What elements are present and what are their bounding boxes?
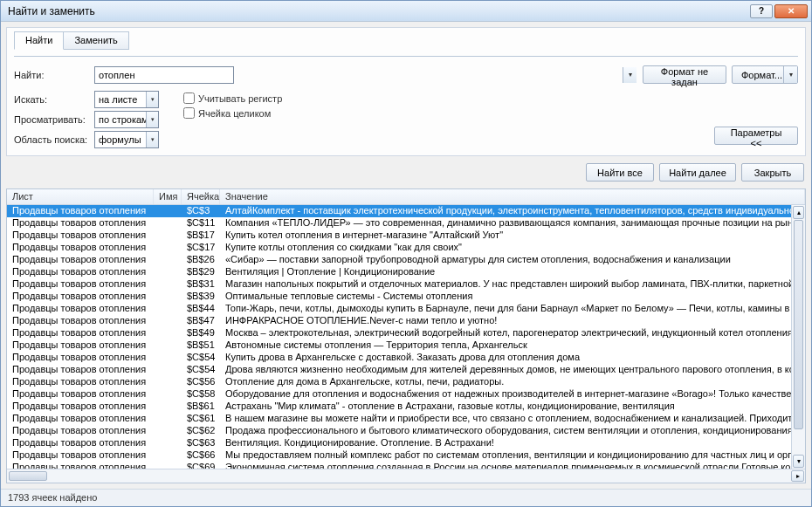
window-title: Найти и заменить (8, 5, 750, 17)
result-row[interactable]: Продавцы товаров отопления$C$54Дрова явл… (7, 364, 805, 376)
cell-value: Продажа профессионального и бытового кли… (220, 425, 805, 437)
cell-sheet: Продавцы товаров отопления (7, 205, 154, 217)
cell-sheet: Продавцы товаров отопления (7, 217, 154, 230)
cell-sheet: Продавцы товаров отопления (7, 266, 154, 278)
result-row[interactable]: Продавцы товаров отопления$B$39Оптимальн… (7, 291, 805, 303)
result-row[interactable]: Продавцы товаров отопления$C$66Мы предос… (7, 449, 805, 462)
result-row[interactable]: Продавцы товаров отопления$B$49Москва – … (7, 327, 805, 339)
find-history-dropdown[interactable]: ▾ (623, 67, 637, 83)
result-row[interactable]: Продавцы товаров отопления$C$62Продажа п… (7, 425, 805, 437)
cell-name (154, 217, 182, 230)
scroll-right-icon[interactable]: ▸ (791, 470, 804, 482)
result-row[interactable]: Продавцы товаров отопления$B$44Топи-Жарь… (7, 303, 805, 315)
result-row[interactable]: Продавцы товаров отопления$C$69Экономичн… (7, 462, 805, 469)
horizontal-scrollbar[interactable]: ▸ (7, 469, 805, 483)
result-row[interactable]: Продавцы товаров отопления$C$17Купите ко… (7, 242, 805, 254)
result-row[interactable]: Продавцы товаров отопления$B$61Астрахань… (7, 401, 805, 413)
no-format-button[interactable]: Формат не задан (643, 65, 726, 84)
cell-value: Компания «ТЕПЛО-ЛИДЕР» — это современная… (220, 217, 805, 230)
cell-value: В нашем магазине вы можете найти и приоб… (220, 413, 805, 425)
result-row[interactable]: Продавцы товаров отопления$B$17Купить ко… (7, 230, 805, 242)
scroll-down-icon[interactable]: ▾ (793, 455, 804, 468)
chevron-down-icon[interactable]: ▾ (146, 112, 158, 127)
cell-sheet: Продавцы товаров отопления (7, 327, 154, 339)
result-row[interactable]: Продавцы товаров отопления$B$51Автономны… (7, 339, 805, 352)
cell-value: Вентиляция. Кондиционирование. Отопление… (220, 437, 805, 449)
result-row[interactable]: Продавцы товаров отопления$C$11Компания … (7, 217, 805, 230)
find-replace-dialog: Найти и заменить ? ✕ Найти Заменить Найт… (0, 0, 812, 507)
result-row[interactable]: Продавцы товаров отопления$B$31Магазин н… (7, 278, 805, 291)
col-sheet[interactable]: Лист (7, 189, 154, 204)
cell-value: Мы предоставляем полный комплекс работ п… (220, 449, 805, 462)
find-input[interactable] (94, 66, 234, 84)
search-in-label: Искать: (14, 94, 89, 105)
cell-value: АлтайКомплект - поставщик электротехниче… (220, 205, 805, 217)
result-row[interactable]: Продавцы товаров отопления$C$58Оборудова… (7, 388, 805, 401)
cell-ref: $C$3 (182, 205, 220, 217)
cell-name (154, 315, 182, 327)
scroll-thumb[interactable] (794, 220, 803, 429)
cell-name (154, 205, 182, 217)
cell-ref: $B$31 (182, 278, 220, 291)
cell-sheet: Продавцы товаров отопления (7, 364, 154, 376)
whole-cell-checkbox[interactable]: Ячейка целиком (183, 107, 282, 119)
cell-value: Магазин напольных покрытий и отделочных … (220, 278, 805, 291)
result-row[interactable]: Продавцы товаров отопления$B$29Вентиляци… (7, 266, 805, 278)
cell-name (154, 327, 182, 339)
results-pane: Лист Имя Ячейка Значение ▴ ▾ Продавцы то… (6, 188, 806, 483)
results-body[interactable]: ▴ ▾ Продавцы товаров отопления$C$3АлтайК… (7, 205, 805, 469)
result-row[interactable]: Продавцы товаров отопления$C$63Вентиляци… (7, 437, 805, 449)
cell-ref: $C$66 (182, 449, 220, 462)
col-cell[interactable]: Ячейка (182, 189, 220, 204)
result-row[interactable]: Продавцы товаров отопления$C$54 Купить д… (7, 352, 805, 364)
match-case-input[interactable] (183, 92, 195, 104)
cell-ref: $B$47 (182, 315, 220, 327)
result-row[interactable]: Продавцы товаров отопления$C$56Отопление… (7, 376, 805, 388)
col-name[interactable]: Имя (154, 189, 182, 204)
help-button[interactable]: ? (750, 4, 773, 18)
cell-sheet: Продавцы товаров отопления (7, 425, 154, 437)
cell-ref: $C$11 (182, 217, 220, 230)
cell-name (154, 376, 182, 388)
result-row[interactable]: Продавцы товаров отопления$B$26«Сибар» —… (7, 254, 805, 266)
cell-value: Экономичная система отопления созданная … (220, 462, 805, 469)
find-next-button[interactable]: Найти далее (659, 163, 736, 182)
whole-cell-input[interactable] (183, 107, 195, 119)
close-window-button[interactable]: ✕ (774, 4, 808, 18)
cell-name (154, 425, 182, 437)
whole-cell-label: Ячейка целиком (198, 108, 271, 119)
cell-value: Купите котлы отопления со скидками "как … (220, 242, 805, 254)
format-dropdown-icon[interactable]: ▾ (783, 66, 797, 83)
vertical-scrollbar[interactable]: ▴ ▾ (791, 205, 805, 469)
result-row[interactable]: Продавцы товаров отопления$C$3АлтайКомпл… (7, 205, 805, 217)
cell-sheet: Продавцы товаров отопления (7, 352, 154, 364)
parameters-button[interactable]: Параметры << (714, 127, 798, 145)
cell-name (154, 339, 182, 352)
cell-value: Топи-Жарь, печи, котлы, дымоходы купить … (220, 303, 805, 315)
titlebar[interactable]: Найти и заменить ? ✕ (1, 1, 811, 22)
tab-find[interactable]: Найти (14, 31, 64, 50)
result-row[interactable]: Продавцы товаров отопления$C$61В нашем м… (7, 413, 805, 425)
result-row[interactable]: Продавцы товаров отопления$B$47ИНФРАКРАС… (7, 315, 805, 327)
cell-name (154, 462, 182, 469)
cell-ref: $C$63 (182, 437, 220, 449)
status-bar: 1793 ячеек найдено (1, 489, 811, 506)
cell-sheet: Продавцы товаров отопления (7, 315, 154, 327)
cell-name (154, 401, 182, 413)
match-case-checkbox[interactable]: Учитывать регистр (183, 92, 282, 104)
search-panel: Найти Заменить Найти: ▾ Формат не задан … (6, 27, 806, 156)
chevron-down-icon[interactable]: ▾ (146, 132, 158, 147)
cell-sheet: Продавцы товаров отопления (7, 230, 154, 242)
cell-value: Вентиляция | Отопление | Кондиционирован… (220, 266, 805, 278)
tab-replace[interactable]: Заменить (63, 31, 128, 50)
find-all-button[interactable]: Найти все (586, 163, 654, 182)
col-value[interactable]: Значение (220, 189, 805, 204)
chevron-down-icon[interactable]: ▾ (146, 92, 158, 107)
cell-sheet: Продавцы товаров отопления (7, 303, 154, 315)
cell-sheet: Продавцы товаров отопления (7, 449, 154, 462)
h-scroll-thumb[interactable] (9, 471, 47, 481)
cell-sheet: Продавцы товаров отопления (7, 462, 154, 469)
cell-name (154, 278, 182, 291)
scroll-up-icon[interactable]: ▴ (793, 206, 804, 219)
close-button[interactable]: Закрыть (741, 163, 804, 182)
